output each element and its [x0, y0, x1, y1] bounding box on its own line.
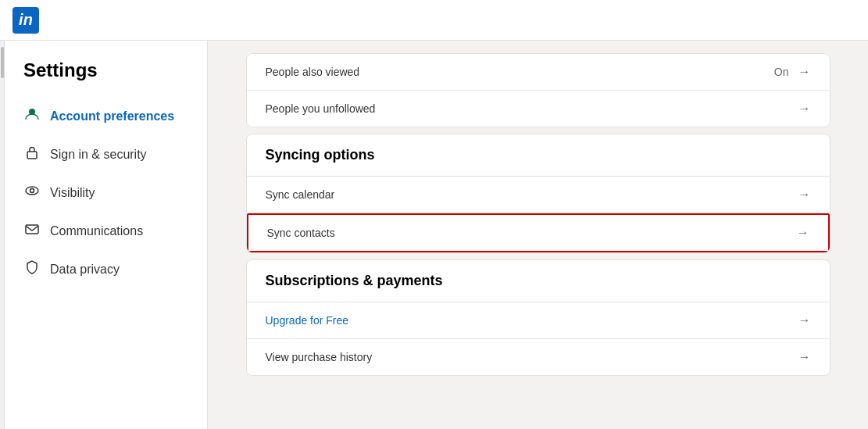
section-viewing-options: People also viewed On → People you unfol… [246, 53, 830, 127]
settings-title: Settings [23, 59, 207, 81]
sidebar-item-label-communications: Communications [50, 224, 143, 238]
sidebar-item-label-data-privacy: Data privacy [50, 263, 120, 277]
sidebar-item-account-preferences[interactable]: Account preferences [23, 97, 207, 135]
label-sync-calendar: Sync calendar [266, 188, 335, 201]
arrow-view-purchase-history: → [798, 350, 811, 364]
sidebar-item-visibility[interactable]: Visibility [23, 173, 207, 212]
row-view-purchase-history[interactable]: View purchase history → [247, 339, 830, 375]
arrow-people-also-viewed: → [798, 65, 811, 79]
svg-rect-4 [26, 225, 38, 234]
scroll-container: People also viewed On → People you unfol… [234, 41, 843, 395]
row-sync-contacts[interactable]: Sync contacts → [247, 213, 830, 252]
arrow-sync-contacts: → [797, 226, 809, 240]
syncing-options-header: Syncing options [247, 134, 830, 177]
top-header: in [0, 0, 868, 41]
envelope-icon [23, 221, 41, 241]
section-subscriptions-payments: Subscriptions & payments Upgrade for Fre… [246, 259, 830, 376]
sidebar-item-label-visibility: Visibility [50, 186, 95, 200]
label-upgrade-free: Upgrade for Free [266, 314, 349, 327]
row-people-unfollowed[interactable]: People you unfollowed → [247, 91, 830, 127]
svg-point-3 [30, 189, 34, 193]
row-right-view-purchase-history: → [798, 350, 811, 364]
eye-icon [23, 183, 41, 202]
row-right-people-unfollowed: → [798, 102, 811, 116]
arrow-upgrade-free: → [798, 313, 811, 327]
sidebar-item-sign-in-security[interactable]: Sign in & security [23, 135, 207, 173]
sidebar-item-label-account-preferences: Account preferences [50, 109, 174, 123]
row-right-upgrade-free: → [798, 313, 811, 327]
row-right-sync-contacts: → [797, 226, 809, 240]
row-right-people-also-viewed: On → [774, 65, 811, 79]
scrollbar-thumb [1, 47, 4, 78]
arrow-people-unfollowed: → [798, 102, 811, 116]
left-scrollbar [0, 41, 5, 429]
shield-icon [23, 259, 41, 279]
svg-point-2 [26, 187, 38, 195]
subscriptions-payments-title: Subscriptions & payments [266, 273, 811, 289]
lock-icon [23, 145, 41, 164]
section-syncing-options: Syncing options Sync calendar → Sync con… [246, 134, 830, 253]
svg-rect-1 [27, 152, 37, 159]
subscriptions-payments-header: Subscriptions & payments [247, 260, 830, 302]
sidebar-item-communications[interactable]: Communications [23, 212, 207, 250]
label-sync-contacts: Sync contacts [267, 227, 335, 239]
sidebar: Settings Account preferences Sign in & s… [5, 41, 208, 429]
linkedin-logo[interactable]: in [13, 7, 39, 34]
sidebar-item-data-privacy[interactable]: Data privacy [23, 250, 207, 288]
row-sync-calendar[interactable]: Sync calendar → [247, 177, 830, 213]
status-people-also-viewed: On [774, 66, 789, 78]
arrow-sync-calendar: → [798, 188, 811, 202]
row-people-also-viewed[interactable]: People also viewed On → [247, 54, 830, 91]
syncing-options-title: Syncing options [266, 147, 811, 163]
row-right-sync-calendar: → [798, 188, 811, 202]
content-area: People also viewed On → People you unfol… [208, 41, 868, 429]
label-people-unfollowed: People you unfollowed [266, 102, 376, 115]
label-view-purchase-history: View purchase history [266, 351, 373, 363]
person-icon [23, 106, 41, 126]
row-upgrade-free[interactable]: Upgrade for Free → [247, 302, 830, 339]
label-people-also-viewed: People also viewed [266, 66, 360, 78]
sidebar-item-label-sign-in-security: Sign in & security [50, 148, 147, 162]
